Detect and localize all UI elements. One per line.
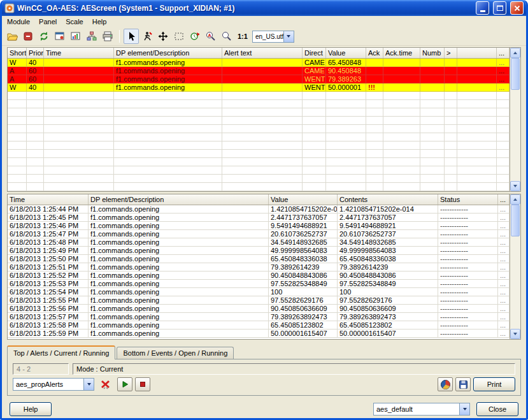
event-row[interactable]: 6/18/2013 1:25:44 PMf1.commands.opening1… [8, 205, 510, 214]
language-select-value: en_US.utf8 [253, 33, 283, 40]
menu-scale[interactable]: Scale [61, 17, 88, 27]
alerts-column-header[interactable]: Value [326, 48, 366, 58]
event-row[interactable]: 6/18/2013 1:25:56 PMf1.commands.opening9… [8, 305, 510, 313]
events-column-header[interactable]: Value [269, 194, 338, 205]
scroll-up-icon[interactable] [510, 48, 520, 58]
events-column-header[interactable]: Time [8, 194, 89, 205]
maximize-button[interactable] [493, 1, 506, 15]
event-row[interactable]: 6/18/2013 1:25:59 PMf1.commands.opening5… [8, 329, 510, 338]
print-toolbar-button[interactable] [100, 29, 115, 44]
controls-row: aes_propAlerts Pri [13, 377, 515, 391]
alerts-column-header[interactable]: DP element/Description [114, 48, 222, 58]
tab-bottom-events-label: Bottom / Events / Open / Running [123, 349, 227, 357]
event-row[interactable]: 6/18/2013 1:25:51 PMf1.commands.opening7… [8, 263, 510, 272]
zoom-button[interactable] [219, 29, 234, 44]
open-button[interactable] [4, 29, 20, 44]
events-column-header[interactable]: Contents [338, 194, 438, 205]
language-select[interactable]: en_US.utf8 [252, 31, 294, 43]
stop-icon [23, 31, 33, 41]
time-filter-button[interactable] [187, 29, 203, 44]
scroll-up-icon[interactable] [510, 194, 520, 205]
event-row[interactable]: 6/18/2013 1:25:45 PMf1.commands.opening2… [8, 214, 510, 222]
zoom-rect-button[interactable] [171, 29, 187, 44]
topology-button[interactable] [84, 29, 99, 44]
panel-select[interactable]: aes_default [373, 403, 470, 416]
properties-button[interactable] [52, 29, 68, 44]
scroll-down-icon[interactable] [510, 329, 520, 339]
menu-panel[interactable]: Panel [34, 17, 61, 27]
event-row[interactable]: 6/18/2013 1:25:54 PMf1.commands.opening1… [8, 288, 510, 296]
property-select[interactable]: aes_propAlerts [13, 378, 94, 391]
panel-chart-button[interactable] [68, 29, 83, 44]
event-row[interactable]: 6/18/2013 1:25:48 PMf1.commands.opening3… [8, 238, 510, 247]
alerts-column-header[interactable]: Short [8, 48, 27, 58]
alerts-column-header[interactable]: Time [44, 48, 114, 58]
event-row[interactable]: 6/18/2013 1:25:53 PMf1.commands.opening9… [8, 280, 510, 288]
alert-row[interactable]: W40f1.commands.openingWENT50.000001!!!..… [8, 83, 510, 92]
runtime-button[interactable] [139, 29, 155, 44]
move-button[interactable] [155, 29, 171, 44]
print-button[interactable]: Print [473, 377, 515, 391]
empty-alert-row [8, 133, 510, 141]
scroll-down-icon[interactable] [510, 181, 520, 191]
events-table-body: 6/18/2013 1:25:44 PMf1.commands.opening1… [8, 205, 510, 339]
font-zoom-button[interactable]: A [203, 29, 218, 44]
stop-running-button[interactable] [135, 377, 150, 391]
alerts-column-header[interactable]: Ack.time [383, 48, 420, 58]
select-mode-button[interactable] [124, 29, 139, 44]
events-scrollbar[interactable] [510, 194, 520, 339]
floppy-disk-icon [459, 380, 468, 389]
alerts-table-header: ShortPriorTimeDP element/DescriptionAler… [8, 48, 510, 59]
events-column-header[interactable]: Status [438, 194, 498, 205]
close-button[interactable]: Close [476, 402, 518, 416]
events-column-header[interactable]: ... [498, 194, 510, 205]
event-row[interactable]: 6/18/2013 1:25:52 PMf1.commands.opening9… [8, 272, 510, 280]
chevron-down-icon[interactable] [459, 403, 469, 415]
footer-bar: Help aes_default Close [10, 402, 518, 416]
alerts-column-header[interactable]: > [445, 48, 457, 58]
alerts-column-header[interactable]: Prior [27, 48, 44, 58]
alert-row[interactable]: W40f1.commands.openingCAME65.450848... [8, 59, 510, 67]
events-scroll-thumb[interactable] [511, 205, 520, 236]
event-row[interactable]: 6/18/2013 1:25:58 PMf1.commands.opening6… [8, 321, 510, 329]
stop-panel-button[interactable] [20, 29, 36, 44]
menu-help[interactable]: Help [88, 17, 111, 27]
menu-bar: Module Panel Scale Help [2, 16, 526, 27]
events-column-header[interactable]: DP element/Description [89, 194, 269, 205]
alerts-scroll-thumb[interactable] [511, 58, 520, 90]
alerts-column-header[interactable] [457, 48, 497, 58]
event-row[interactable]: 6/18/2013 1:25:57 PMf1.commands.opening7… [8, 313, 510, 321]
empty-alert-row [8, 150, 510, 158]
remove-filter-button[interactable] [97, 377, 115, 391]
tab-top-alerts[interactable]: Top / Alerts / Current / Running [7, 345, 115, 359]
chevron-down-icon[interactable] [283, 31, 294, 42]
statistics-button[interactable] [438, 377, 453, 391]
close-button-titlebar[interactable] [510, 1, 524, 15]
red-x-icon [100, 379, 111, 389]
event-row[interactable]: 6/18/2013 1:25:47 PMf1.commands.opening2… [8, 230, 510, 238]
alerts-column-header[interactable]: ... [497, 48, 510, 58]
start-button[interactable] [117, 377, 132, 391]
chevron-down-icon[interactable] [83, 379, 94, 390]
help-button[interactable]: Help [10, 402, 52, 416]
alerts-column-header[interactable]: Ack [366, 48, 383, 58]
app-window: WinCC_OA-AES: AEScreen (System1 - Suppor… [0, 0, 528, 420]
event-row[interactable]: 6/18/2013 1:25:55 PMf1.commands.opening9… [8, 296, 510, 305]
minimize-button[interactable] [476, 1, 489, 15]
menu-module[interactable]: Module [3, 17, 34, 27]
alert-row[interactable]: A60f1.commands.openingCAME90.450848... [8, 67, 510, 75]
save-button[interactable] [455, 377, 471, 391]
alert-row[interactable]: A60f1.commands.openingWENT79.389263... [8, 75, 510, 83]
event-row[interactable]: 6/18/2013 1:25:50 PMf1.commands.opening6… [8, 255, 510, 263]
tab-bottom-events[interactable]: Bottom / Events / Open / Running [117, 347, 234, 359]
alerts-column-header[interactable]: Direct [303, 48, 326, 58]
event-row[interactable]: 6/18/2013 1:25:49 PMf1.commands.opening4… [8, 247, 510, 255]
event-row[interactable]: 6/18/2013 1:25:46 PMf1.commands.opening9… [8, 222, 510, 230]
alerts-column-header[interactable]: Numb [420, 48, 445, 58]
title-bar[interactable]: WinCC_OA-AES: AEScreen (System1 - Suppor… [2, 0, 526, 16]
reload-button[interactable] [36, 29, 52, 44]
zoom-ratio-label: 1:1 [238, 33, 248, 40]
maximize-icon [497, 5, 503, 11]
alerts-scrollbar[interactable] [510, 48, 520, 191]
alerts-column-header[interactable]: Alert text [222, 48, 303, 58]
